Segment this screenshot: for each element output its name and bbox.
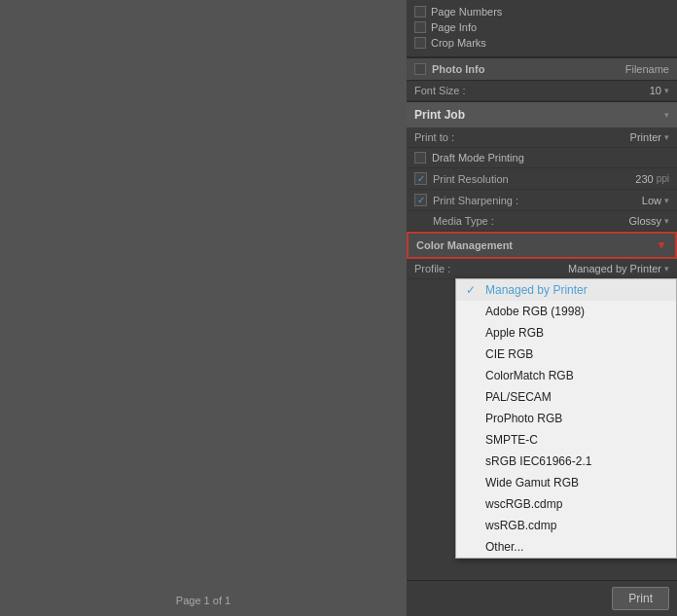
print-sharpening-row: ✓ Print Sharpening : Low ▾: [407, 190, 677, 211]
media-type-row: Media Type : Glossy ▾: [407, 211, 677, 232]
page-numbers-row[interactable]: Page Numbers: [414, 4, 669, 19]
page-indicator: Page 1 of 1: [176, 595, 231, 606]
dropdown-item-managed[interactable]: ✓ Managed by Printer: [456, 279, 676, 301]
crop-marks-label: Crop Marks: [431, 37, 486, 49]
adobe-label: Adobe RGB (1998): [485, 305, 585, 318]
other-label: Other...: [485, 540, 523, 554]
crop-marks-checkbox[interactable]: [414, 37, 426, 49]
media-type-label: Media Type :: [433, 215, 494, 227]
prophoto-label: ProPhoto RGB: [485, 412, 562, 425]
sharpening-arrow[interactable]: ▾: [664, 196, 669, 205]
media-type-value: Glossy: [628, 215, 661, 227]
page-info-row[interactable]: Page Info: [414, 19, 669, 35]
draft-mode-checkbox[interactable]: [414, 152, 426, 163]
page-info-label: Page Info: [431, 21, 477, 33]
photo-info-value: Filename: [625, 63, 669, 75]
dropdown-item-prophoto[interactable]: ProPhoto RGB: [456, 408, 676, 429]
dropdown-item-wsrgb[interactable]: wsRGB.cdmp: [456, 515, 676, 536]
photo-info-section-header[interactable]: Photo Info Filename: [407, 57, 677, 81]
color-management-header[interactable]: Color Management ▼: [407, 232, 677, 259]
srgb-label: sRGB IEC61966-2.1: [485, 454, 591, 468]
crop-marks-row[interactable]: Crop Marks: [414, 35, 669, 51]
colormatch-label: ColorMatch RGB: [485, 369, 574, 382]
print-to-value: Printer: [630, 131, 661, 143]
profile-arrow[interactable]: ▾: [664, 264, 669, 273]
media-type-arrow[interactable]: ▾: [664, 216, 669, 226]
cie-label: CIE RGB: [485, 347, 533, 361]
print-job-header[interactable]: Print Job ▾: [407, 101, 677, 127]
dropdown-item-colormatch[interactable]: ColorMatch RGB: [456, 365, 676, 386]
font-size-label: Font Size :: [414, 85, 466, 96]
print-job-arrow[interactable]: ▾: [664, 110, 669, 120]
page-numbers-label: Page Numbers: [431, 6, 502, 18]
photo-info-title: Photo Info: [432, 63, 484, 75]
font-size-row: Font Size : 10 ▾: [407, 81, 677, 101]
resolution-unit: ppi: [657, 173, 669, 184]
dropdown-item-adobe[interactable]: Adobe RGB (1998): [456, 301, 676, 322]
dropdown-item-widegamut[interactable]: Wide Gamut RGB: [456, 472, 676, 493]
draft-mode-row[interactable]: Draft Mode Printing: [407, 148, 677, 168]
dropdown-item-other[interactable]: Other...: [456, 536, 676, 558]
dropdown-item-cie[interactable]: CIE RGB: [456, 344, 676, 365]
managed-label: Managed by Printer: [485, 283, 588, 297]
print-sharpening-label: Print Sharpening :: [433, 195, 518, 206]
widegamut-label: Wide Gamut RGB: [485, 476, 579, 489]
dropdown-item-apple[interactable]: Apple RGB: [456, 322, 676, 344]
print-resolution-label: Print Resolution: [433, 173, 509, 185]
apple-label: Apple RGB: [485, 326, 544, 340]
profile-row: Profile : Managed by Printer ▾ ✓ Managed…: [407, 259, 677, 279]
bottom-bar: Print: [407, 580, 677, 616]
print-to-arrow[interactable]: ▾: [664, 132, 669, 142]
dropdown-item-smpte[interactable]: SMPTE-C: [456, 429, 676, 451]
print-job-title: Print Job: [414, 108, 465, 122]
font-size-value: 10: [650, 85, 661, 96]
dropdown-item-pal[interactable]: PAL/SECAM: [456, 386, 676, 408]
font-size-arrow[interactable]: ▾: [664, 86, 669, 95]
photo-info-checkbox[interactable]: [414, 63, 426, 75]
sharpening-value: Low: [642, 195, 661, 206]
wscrgb-label: wscRGB.cdmp: [485, 497, 562, 511]
page-info-checkbox[interactable]: [414, 21, 426, 33]
print-sharpening-checkbox[interactable]: ✓: [414, 194, 427, 206]
print-resolution-checkbox[interactable]: ✓: [414, 172, 427, 185]
preview-panel: Page 1 of 1: [0, 0, 407, 616]
profile-label: Profile :: [414, 263, 450, 274]
color-management-arrow[interactable]: ▼: [656, 238, 667, 252]
print-to-label: Print to :: [414, 131, 454, 143]
resolution-value: 230: [635, 173, 653, 185]
smpte-label: SMPTE-C: [485, 433, 538, 447]
pal-label: PAL/SECAM: [485, 390, 552, 404]
overlay-options: Page Numbers Page Info Crop Marks: [407, 0, 677, 57]
managed-checkmark: ✓: [466, 283, 480, 297]
print-to-row: Print to : Printer ▾: [407, 127, 677, 148]
color-management-title: Color Management: [416, 239, 513, 251]
print-resolution-row: ✓ Print Resolution 230 ppi: [407, 168, 677, 190]
dropdown-item-wscrgb[interactable]: wscRGB.cdmp: [456, 493, 676, 515]
profile-value: Managed by Printer: [568, 263, 661, 274]
wsrgb-label: wsRGB.cdmp: [485, 519, 556, 532]
page-numbers-checkbox[interactable]: [414, 6, 426, 18]
profile-dropdown[interactable]: ✓ Managed by Printer Adobe RGB (1998) Ap…: [455, 278, 677, 559]
right-panel: Page Numbers Page Info Crop Marks Photo …: [407, 0, 677, 616]
dropdown-item-srgb[interactable]: sRGB IEC61966-2.1: [456, 451, 676, 472]
print-button[interactable]: Print: [612, 587, 669, 610]
draft-mode-label: Draft Mode Printing: [432, 152, 524, 163]
